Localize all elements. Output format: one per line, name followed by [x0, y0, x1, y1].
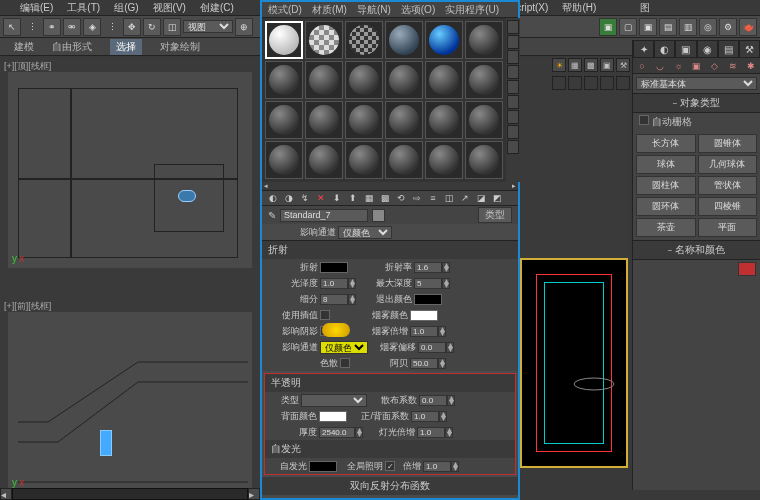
mat-slot-11[interactable]	[425, 61, 463, 99]
object-color-swatch[interactable]	[738, 262, 756, 276]
panel-icon[interactable]: ▦	[568, 58, 582, 72]
depth-input[interactable]	[414, 278, 442, 289]
mat-slot-6[interactable]	[465, 21, 503, 59]
rotate-icon[interactable]: ↻	[143, 18, 161, 36]
mat-slot-18[interactable]	[465, 101, 503, 139]
tool1-icon[interactable]: ▢	[619, 18, 637, 36]
translucency-header[interactable]: 半透明	[265, 374, 515, 392]
geom-icon[interactable]: ○	[633, 58, 651, 73]
mat-slot-21[interactable]	[345, 141, 383, 179]
cam2-icon[interactable]: ▣	[687, 58, 705, 73]
scale-icon[interactable]: ◫	[163, 18, 181, 36]
mt15-icon[interactable]: ◩	[490, 191, 504, 205]
mat-slot-23[interactable]	[425, 141, 463, 179]
mult-input[interactable]	[423, 461, 451, 472]
shape-icon[interactable]: ◡	[651, 58, 669, 73]
gloss-input[interactable]	[320, 278, 348, 289]
mat-slot-1[interactable]	[265, 21, 303, 59]
mat-slot-20[interactable]	[305, 141, 343, 179]
modify-tab-icon[interactable]: ◐	[654, 40, 675, 58]
viewport-front[interactable]: y x	[8, 312, 252, 492]
space-icon[interactable]: ≋	[724, 58, 742, 73]
side-btn-6[interactable]	[507, 95, 519, 109]
dispersion-checkbox[interactable]	[340, 358, 350, 368]
mat-menu-mode[interactable]: 模式(D)	[268, 3, 302, 17]
light2-icon[interactable]: ☼	[669, 58, 687, 73]
side-btn-2[interactable]	[507, 35, 519, 49]
sel-icon[interactable]: ◫	[442, 191, 456, 205]
ri2-icon[interactable]	[568, 76, 582, 90]
mat-slot-14[interactable]	[305, 101, 343, 139]
fb-input[interactable]	[411, 411, 439, 422]
fogmult-input[interactable]	[410, 326, 438, 337]
ri4-icon[interactable]	[600, 76, 614, 90]
tool6-icon[interactable]: ⚙	[719, 18, 737, 36]
pyr-button[interactable]: 四棱锥	[698, 197, 758, 216]
subdiv-input[interactable]	[320, 294, 348, 305]
render-icon[interactable]: ▣	[599, 18, 617, 36]
material-name-input[interactable]	[280, 209, 368, 222]
assign-icon[interactable]: ↯	[298, 191, 312, 205]
sys-icon[interactable]: ✱	[742, 58, 760, 73]
open-icon[interactable]: ⬆	[346, 191, 360, 205]
mat-slot-12[interactable]	[465, 61, 503, 99]
move-icon[interactable]: ✥	[123, 18, 141, 36]
mat-menu-options[interactable]: 选项(O)	[401, 3, 435, 17]
namecolor-header[interactable]: − 名称和颜色	[633, 240, 760, 260]
type-dropdown[interactable]	[301, 394, 367, 407]
back-swatch[interactable]	[319, 411, 347, 422]
menu-edit[interactable]: 编辑(E)	[20, 1, 53, 15]
obj-lamp[interactable]	[100, 430, 112, 456]
helper-icon[interactable]: ◇	[706, 58, 724, 73]
mat-slot-17[interactable]	[425, 101, 463, 139]
mat-slot-10[interactable]	[385, 61, 423, 99]
cyl-button[interactable]: 圆柱体	[636, 176, 696, 195]
get-mat-icon[interactable]: ◐	[266, 191, 280, 205]
menu-group[interactable]: 组(G)	[114, 1, 138, 15]
reset-icon[interactable]: ✕	[314, 191, 328, 205]
geo-button[interactable]: 几何球体	[698, 155, 758, 174]
tool2-icon[interactable]: ▣	[639, 18, 657, 36]
mat-slot-7[interactable]	[265, 61, 303, 99]
exit-swatch[interactable]	[414, 294, 442, 305]
time-slider[interactable]: ◂▸	[0, 488, 260, 500]
side-btn-4[interactable]	[507, 65, 519, 79]
ref-coord-dropdown[interactable]: 视图	[183, 20, 233, 33]
affect-ch-dropdown[interactable]: 仅颜色	[338, 226, 392, 239]
mat-type-picker[interactable]	[372, 209, 385, 222]
obj-shape[interactable]	[178, 190, 196, 202]
go-icon[interactable]: ⇨	[410, 191, 424, 205]
link-icon[interactable]: ⚭	[43, 18, 61, 36]
mat-type-button[interactable]: 类型	[478, 207, 512, 223]
unlink-icon[interactable]: ⚮	[63, 18, 81, 36]
sphere-button[interactable]: 球体	[636, 155, 696, 174]
mat-menu-nav[interactable]: 导航(N)	[357, 3, 391, 17]
sun-icon[interactable]: ☀	[552, 58, 566, 72]
mat-menu-material[interactable]: 材质(M)	[312, 3, 347, 17]
side-btn-8[interactable]	[507, 125, 519, 139]
put-mat-icon[interactable]: ◑	[282, 191, 296, 205]
opt-icon[interactable]: ≡	[426, 191, 440, 205]
mat-slot-8[interactable]	[305, 61, 343, 99]
ri3-icon[interactable]	[584, 76, 598, 90]
mt14-icon[interactable]: ◪	[474, 191, 488, 205]
tea-button[interactable]: 茶壶	[636, 218, 696, 237]
self-swatch[interactable]	[309, 461, 337, 472]
shadow-checkbox[interactable]	[320, 326, 330, 336]
show-icon[interactable]: ▦	[362, 191, 376, 205]
menu-tools[interactable]: 工具(T)	[67, 1, 100, 15]
objtype-header[interactable]: − 对象类型	[633, 93, 760, 113]
panel2-icon[interactable]: ▩	[584, 58, 598, 72]
hier-tab-icon[interactable]: ▣	[675, 40, 696, 58]
refract-swatch[interactable]	[320, 262, 348, 273]
light-input[interactable]	[417, 427, 445, 438]
mat-slot-22[interactable]	[385, 141, 423, 179]
viewport-persp[interactable]	[520, 258, 628, 468]
menu-help[interactable]: 帮助(H)	[562, 1, 596, 15]
menu-create[interactable]: 创建(C)	[200, 1, 234, 15]
cam-icon[interactable]: ▣	[600, 58, 614, 72]
ribbon-select[interactable]: 选择	[110, 39, 142, 55]
mat-slot-24[interactable]	[465, 141, 503, 179]
tool3-icon[interactable]: ▤	[659, 18, 677, 36]
mat-slot-3[interactable]	[345, 21, 383, 59]
